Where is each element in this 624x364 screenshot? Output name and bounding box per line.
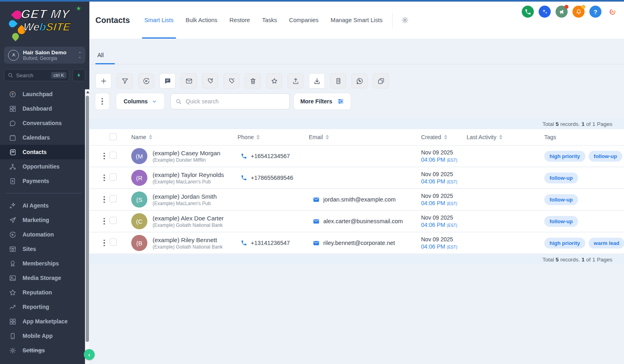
sidebar-item-dashboard[interactable]: Dashboard — [0, 101, 89, 116]
column-header-name[interactable]: Name — [131, 134, 146, 140]
import-contacts-button[interactable] — [309, 73, 325, 88]
quick-search-box[interactable] — [170, 93, 290, 109]
sidebar-item-media-storage[interactable]: Media Storage — [0, 271, 89, 285]
contact-phone[interactable]: +13141236547 — [251, 240, 290, 246]
brand-app-button[interactable] — [606, 6, 618, 18]
tag-pill[interactable]: follow-up — [544, 216, 578, 227]
sidebar-item-app-marketplace[interactable]: App Marketplace — [0, 314, 89, 329]
merge-contacts-button[interactable] — [373, 73, 389, 88]
scrollbar-thumb[interactable] — [86, 96, 89, 342]
sidebar-item-settings[interactable]: Settings — [0, 343, 89, 358]
column-header-last-activity[interactable]: Last Activity — [467, 134, 496, 140]
sidebar-item-sites[interactable]: Sites — [0, 242, 89, 256]
sidebar-item-opportunities[interactable]: Opportunities — [0, 159, 89, 174]
contact-phone[interactable]: +178655689546 — [251, 175, 293, 181]
tab-tasks[interactable]: Tasks — [262, 2, 277, 39]
row-menu-button[interactable] — [102, 238, 107, 248]
tab-manage-smart-lists[interactable]: Manage Smart Lists — [331, 2, 382, 39]
more-filters-button[interactable]: More Filters — [294, 93, 351, 109]
add-tag-button[interactable] — [202, 73, 218, 88]
row-menu-button[interactable] — [102, 216, 107, 226]
ai-sparkles-button[interactable] — [539, 6, 551, 18]
send-sms-button[interactable] — [159, 73, 176, 88]
add-contact-button[interactable] — [95, 73, 112, 88]
row-menu-button[interactable] — [102, 173, 107, 183]
smart-lists-settings-button[interactable] — [400, 15, 410, 25]
contact-name[interactable]: (example) Taylor Reynolds — [153, 171, 224, 178]
list-options-button[interactable] — [95, 93, 109, 109]
column-header-phone[interactable]: Phone — [238, 134, 254, 140]
sidebar-item-label: Launchpad — [23, 91, 53, 97]
tag-pill[interactable]: follow-up — [589, 151, 622, 162]
sidebar-search-input[interactable]: Search ctrl K — [4, 69, 69, 81]
send-email-button[interactable] — [181, 73, 197, 88]
sidebar-collapse-button[interactable]: ‹ — [84, 349, 95, 360]
contact-phone[interactable]: +16541234567 — [251, 153, 290, 159]
row-menu-button[interactable] — [102, 195, 107, 205]
created-time: 04:06 PM (EST) — [421, 178, 467, 185]
contact-email[interactable]: riley.bennett@corporate.net — [323, 240, 395, 246]
contact-name[interactable]: (example) Riley Bennett — [153, 236, 223, 243]
sidebar-item-mobile-app[interactable]: Mobile App — [0, 329, 89, 343]
smart-list-tab-all[interactable]: All — [95, 52, 111, 64]
sort-icon[interactable] — [499, 135, 502, 140]
contact-email[interactable]: alex.carter@businessmail.com — [323, 218, 403, 224]
notifications-button[interactable] — [572, 6, 585, 18]
sidebar-item-reputation[interactable]: Reputation — [0, 285, 89, 300]
tab-bulk-actions[interactable]: Bulk Actions — [186, 2, 217, 39]
tab-companies[interactable]: Companies — [289, 2, 318, 39]
sidebar-item-payments[interactable]: $ Payments — [0, 174, 89, 188]
tag-pill[interactable]: follow-up — [544, 173, 578, 183]
row-checkbox[interactable] — [110, 173, 117, 181]
contact-email[interactable]: jordan.smith@example.com — [323, 196, 396, 203]
tag-pill[interactable]: high priority — [544, 151, 585, 162]
tag-pill[interactable]: warm lead — [589, 238, 624, 249]
column-header-email[interactable]: Email — [309, 134, 323, 140]
scrollbar-up-arrow[interactable] — [86, 91, 89, 93]
sidebar-scrollbar[interactable] — [85, 89, 89, 364]
contact-name[interactable]: (example) Casey Morgan — [153, 150, 220, 156]
sort-icon[interactable] — [326, 135, 329, 140]
export-contacts-button[interactable] — [287, 73, 304, 88]
sort-icon[interactable] — [444, 135, 447, 140]
tab-smart-lists[interactable]: Smart Lists — [145, 2, 174, 39]
select-all-checkbox[interactable] — [110, 133, 117, 140]
phone-button[interactable] — [522, 6, 534, 18]
columns-dropdown[interactable]: Columns — [116, 93, 164, 109]
contact-name[interactable]: (example) Jordan Smith — [153, 193, 217, 200]
row-checkbox[interactable] — [110, 239, 117, 246]
tab-restore[interactable]: Restore — [229, 2, 250, 39]
delete-contacts-button[interactable] — [245, 73, 261, 88]
sidebar-item-calendars[interactable]: Calendars — [0, 130, 89, 145]
sidebar-item-reporting[interactable]: Reporting — [0, 300, 89, 314]
whatsapp-button[interactable] — [351, 73, 368, 88]
sidebar-item-conversations[interactable]: Conversations — [0, 116, 89, 130]
row-checkbox[interactable] — [110, 152, 117, 159]
account-switcher[interactable]: Hair Salon Demo Buford, Georgia ⌃⌄ — [4, 47, 85, 64]
sidebar-item-memberships[interactable]: Memberships — [0, 256, 89, 271]
sidebar-item-automation[interactable]: Automation — [0, 227, 89, 242]
column-header-created[interactable]: Created — [421, 134, 441, 140]
announcements-button[interactable] — [556, 6, 568, 18]
quick-search-input[interactable] — [186, 98, 285, 105]
row-checkbox[interactable] — [110, 217, 117, 224]
tag-pill[interactable]: high priority — [544, 238, 585, 249]
favorite-button[interactable] — [266, 73, 282, 88]
tag-pill[interactable]: follow-up — [544, 194, 578, 205]
add-to-automation-button[interactable] — [138, 73, 154, 88]
sidebar-item-marketing[interactable]: Marketing — [0, 213, 89, 227]
contact-name[interactable]: (example) Alex Doe Carter — [153, 215, 224, 222]
sort-icon[interactable] — [149, 135, 152, 140]
row-menu-button[interactable] — [102, 151, 107, 161]
row-checkbox[interactable] — [110, 195, 117, 202]
table-row: (M (example) Casey Morgan(Example) Dunde… — [89, 146, 624, 167]
help-button[interactable]: ? — [589, 6, 601, 18]
sort-icon[interactable] — [256, 135, 260, 140]
quick-actions-button[interactable] — [72, 69, 85, 81]
sidebar-item-contacts[interactable]: Contacts — [0, 145, 89, 159]
sidebar-item-ai-agents[interactable]: AI Agents — [0, 198, 89, 213]
pipeline-change-button[interactable] — [117, 73, 133, 88]
add-to-company-button[interactable] — [330, 73, 346, 88]
sidebar-item-launchpad[interactable]: Launchpad — [0, 87, 89, 101]
remove-tag-button[interactable] — [223, 73, 240, 88]
